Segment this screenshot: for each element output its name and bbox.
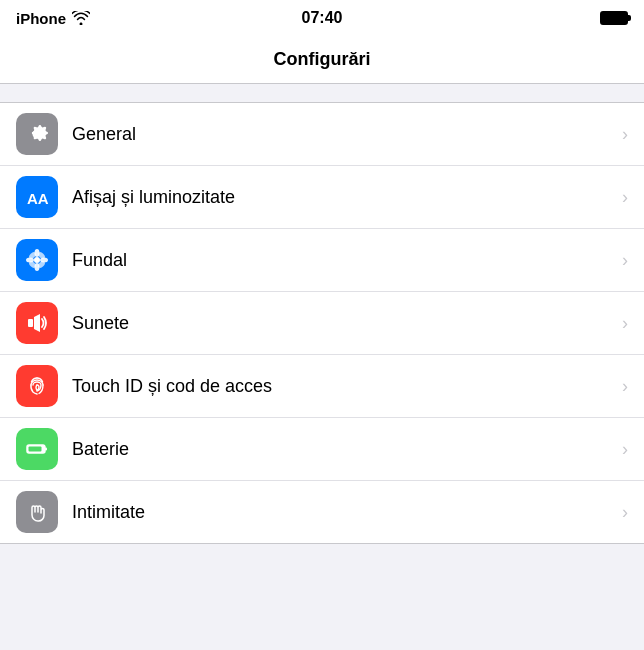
status-bar: iPhone 07:40 <box>0 0 644 36</box>
display-label: Afișaj și luminozitate <box>72 187 622 208</box>
gear-icon <box>24 121 50 147</box>
wallpaper-label: Fundal <box>72 250 622 271</box>
wifi-icon <box>72 11 90 25</box>
settings-item-sounds[interactable]: Sunete › <box>0 292 644 355</box>
privacy-chevron: › <box>622 502 628 523</box>
wallpaper-icon <box>16 239 58 281</box>
settings-list: General › AA Afișaj și luminozitate › <box>0 102 644 544</box>
general-label: General <box>72 124 622 145</box>
status-time: 07:40 <box>302 9 343 27</box>
nav-bar: Configurări <box>0 36 644 84</box>
battery-label: Baterie <box>72 439 622 460</box>
carrier-name: iPhone <box>16 10 66 27</box>
display-chevron: › <box>622 187 628 208</box>
page-title: Configurări <box>274 49 371 70</box>
general-chevron: › <box>622 124 628 145</box>
touchid-label: Touch ID și cod de acces <box>72 376 622 397</box>
battery-icon-item <box>16 428 58 470</box>
sound-icon <box>24 310 50 336</box>
privacy-icon <box>16 491 58 533</box>
privacy-label: Intimitate <box>72 502 622 523</box>
battery-area <box>600 11 628 25</box>
svg-rect-13 <box>29 447 42 452</box>
svg-rect-10 <box>28 319 33 327</box>
display-icon: AA <box>16 176 58 218</box>
general-icon <box>16 113 58 155</box>
touchid-icon <box>16 365 58 407</box>
battery-icon <box>600 11 628 25</box>
settings-item-battery[interactable]: Baterie › <box>0 418 644 481</box>
carrier-info: iPhone <box>16 10 90 27</box>
aa-icon: AA <box>24 184 50 210</box>
svg-rect-12 <box>45 448 47 451</box>
settings-item-touchid[interactable]: Touch ID și cod de acces › <box>0 355 644 418</box>
hand-icon <box>24 499 50 525</box>
section-gap <box>0 84 644 102</box>
fingerprint-icon <box>24 373 50 399</box>
settings-item-display[interactable]: AA Afișaj și luminozitate › <box>0 166 644 229</box>
sounds-icon <box>16 302 58 344</box>
flower-icon <box>24 247 50 273</box>
battery-settings-icon <box>24 436 50 462</box>
sounds-chevron: › <box>622 313 628 334</box>
wallpaper-chevron: › <box>622 250 628 271</box>
settings-item-general[interactable]: General › <box>0 103 644 166</box>
sounds-label: Sunete <box>72 313 622 334</box>
svg-point-1 <box>34 257 40 263</box>
settings-item-privacy[interactable]: Intimitate › <box>0 481 644 543</box>
battery-chevron: › <box>622 439 628 460</box>
touchid-chevron: › <box>622 376 628 397</box>
svg-text:AA: AA <box>27 190 49 207</box>
settings-item-wallpaper[interactable]: Fundal › <box>0 229 644 292</box>
